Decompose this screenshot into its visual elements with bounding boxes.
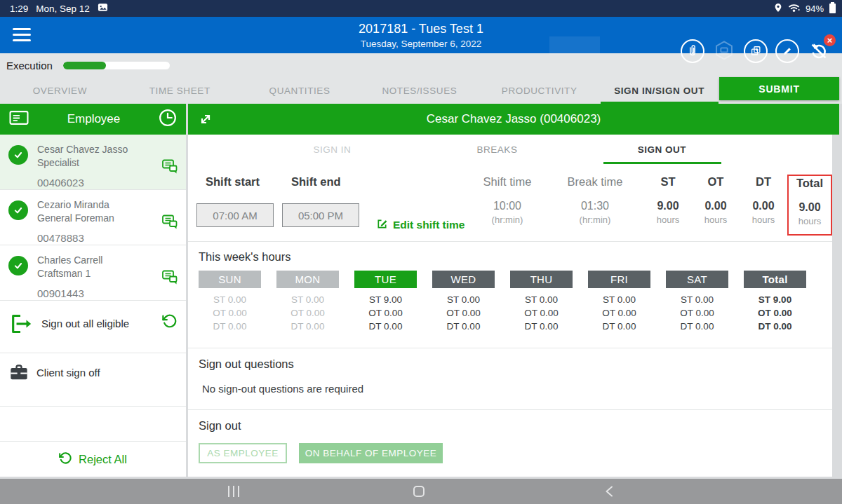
day-chip-mon[interactable]: MON (276, 271, 339, 288)
employee-role: General Foreman (37, 212, 161, 225)
as-employee-button[interactable]: AS EMPLOYEE (199, 443, 287, 463)
submit-button[interactable]: SUBMIT (719, 77, 839, 100)
shift-summary-row: Shift start 07:00 AM Shift end 05:00 PM … (188, 164, 832, 242)
day-col-total: Total ST 9.00OT 0.00DT 0.00 (744, 271, 806, 333)
sign-out-all-row[interactable]: Sign out all eligible (0, 301, 186, 353)
client-sign-off-row[interactable]: Client sign off (0, 353, 186, 407)
page-title: 2017181 - Tues Test 1 (0, 22, 842, 36)
tab-time-sheet[interactable]: TIME SHEET (120, 77, 240, 104)
battery-percent: 94% (806, 4, 824, 14)
day-chip-fri[interactable]: FRI (588, 271, 650, 288)
day-chip-sat[interactable]: SAT (666, 271, 728, 288)
shift-start-input[interactable]: 07:00 AM (196, 203, 274, 227)
check-circle-icon (8, 256, 28, 275)
home-icon[interactable] (413, 486, 425, 497)
undo-icon (59, 451, 72, 468)
metric-total-highlighted: Total 9.00 hours (787, 175, 832, 236)
employee-row-cesar[interactable]: Cesar Chavez Jasso Specialist 00406023 (0, 135, 186, 190)
tab-quantities[interactable]: QUANTITIES (240, 77, 360, 104)
metric-dt: DT 0.00 hours (740, 164, 787, 241)
chat-icon[interactable] (161, 269, 179, 289)
day-col-sat: SAT ST 0.00OT 0.00DT 0.00 (666, 271, 728, 333)
week-hours-section: This week's hours SUN ST 0.00OT 0.00DT 0… (188, 242, 832, 348)
employee-id: 00901443 (37, 287, 161, 300)
on-behalf-of-employee-button[interactable]: ON BEHALF OF EMPLOYEE (299, 443, 443, 463)
day-chip-tue[interactable]: TUE (354, 271, 417, 288)
metric-shift-time: Shift time 10:00 (hr:min) (469, 164, 546, 241)
menu-icon[interactable] (13, 28, 31, 45)
sidebar-title: Employee (29, 112, 158, 126)
device-hexagon-icon[interactable] (712, 39, 736, 63)
expand-icon[interactable] (197, 111, 214, 131)
week-hours-title: This week's hours (199, 250, 832, 264)
sign-out-questions-message: No sign-out questions are required (199, 383, 832, 395)
tab-sign-in-sign-out[interactable]: SIGN IN/SIGN OUT (599, 77, 719, 104)
sign-out-questions-section: Sign out questions No sign-out questions… (188, 348, 832, 410)
check-circle-icon (8, 145, 28, 165)
execution-progress-fill (63, 62, 106, 69)
attachment-icon[interactable] (681, 39, 704, 63)
copy-add-icon[interactable] (744, 39, 768, 63)
employee-card-icon[interactable] (8, 109, 29, 130)
undo-icon[interactable] (162, 313, 178, 353)
sign-out-section: Sign out AS EMPLOYEE ON BEHALF OF EMPLOY… (188, 410, 832, 463)
sign-out-icon (8, 312, 32, 353)
employee-name: Cezario Miranda (37, 198, 161, 212)
sidebar-spacer (0, 407, 186, 441)
employee-role: Specialist (37, 156, 161, 170)
detail-panel: Cesar Chavez Jasso (00406023) SIGN IN BR… (188, 104, 842, 477)
client-sign-off-label: Client sign off (29, 364, 100, 406)
android-status-bar: 1:29 Mon, Sep 12 94% (0, 0, 842, 17)
reject-all-button[interactable]: Reject All (0, 441, 186, 477)
back-icon[interactable] (603, 485, 615, 500)
main-tab-bar: OVERVIEW TIME SHEET QUANTITIES NOTES/ISS… (0, 77, 842, 104)
employee-sidebar: Employee Cesar Chavez Jasso Specialist 0… (0, 104, 186, 477)
wifi-icon (788, 3, 801, 15)
shift-end-input[interactable]: 05:00 PM (282, 203, 359, 227)
tab-productivity[interactable]: PRODUCTIVITY (479, 77, 599, 104)
day-chip-wed[interactable]: WED (432, 271, 495, 288)
sign-out-questions-title: Sign out questions (199, 357, 832, 371)
employee-id: 00406023 (37, 176, 161, 189)
tab-sign-in[interactable]: SIGN IN (250, 135, 415, 164)
tab-overview[interactable]: OVERVIEW (0, 77, 120, 104)
recents-icon[interactable] (228, 486, 239, 497)
status-date: Mon, Sep 12 (36, 4, 90, 14)
tab-notes-issues[interactable]: NOTES/ISSUES (359, 77, 479, 104)
day-col-tue: TUE ST 9.00OT 0.00DT 0.00 (354, 271, 417, 333)
shift-start-label: Shift start (196, 175, 274, 193)
day-chip-sun[interactable]: SUN (199, 271, 261, 288)
shift-end-label: Shift end (282, 175, 359, 193)
chat-icon[interactable] (161, 158, 179, 178)
tab-sign-out[interactable]: SIGN OUT (580, 135, 744, 164)
sync-error-badge: × (824, 34, 836, 46)
edit-shift-time-link[interactable]: Edit shift time (376, 209, 469, 241)
metric-st: ST 9.00 hours (644, 164, 692, 241)
sync-disabled-icon[interactable]: × (807, 39, 831, 63)
check-circle-icon (8, 200, 28, 220)
detail-tab-bar: SIGN IN BREAKS SIGN OUT (188, 135, 832, 164)
detail-employee-title: Cesar Chavez Jasso (00406023) (427, 112, 601, 126)
employee-row-cezario[interactable]: Cezario Miranda General Foreman 00478883 (0, 190, 186, 245)
chat-icon[interactable] (161, 214, 179, 233)
employee-id: 00478883 (37, 231, 161, 245)
employee-name: Cesar Chavez Jasso (37, 143, 161, 156)
day-col-mon: MON ST 0.00OT 0.00DT 0.00 (276, 271, 339, 333)
tab-breaks[interactable]: BREAKS (415, 135, 580, 164)
day-col-thu: THU ST 0.00OT 0.00DT 0.00 (510, 271, 573, 333)
day-col-fri: FRI ST 0.00OT 0.00DT 0.00 (588, 271, 650, 333)
detail-header: Cesar Chavez Jasso (00406023) (188, 104, 839, 135)
edit-icon (376, 218, 388, 233)
time-history-icon[interactable] (158, 108, 178, 130)
metric-ot: OT 0.00 hours (692, 164, 740, 241)
execution-progress-bar (63, 62, 170, 69)
briefcase-icon (9, 364, 29, 406)
metric-break-time: Break time 01:30 (hr:min) (546, 164, 644, 241)
day-chip-thu[interactable]: THU (510, 271, 573, 288)
screenshot-icon (98, 2, 108, 15)
employee-row-charles[interactable]: Charles Carrell Craftsman 1 00901443 (0, 245, 186, 301)
day-col-wed: WED ST 0.00OT 0.00DT 0.00 (432, 271, 495, 333)
status-time: 1:29 (10, 4, 28, 14)
edit-pencil-icon[interactable] (775, 39, 799, 63)
sign-out-title: Sign out (199, 419, 832, 433)
